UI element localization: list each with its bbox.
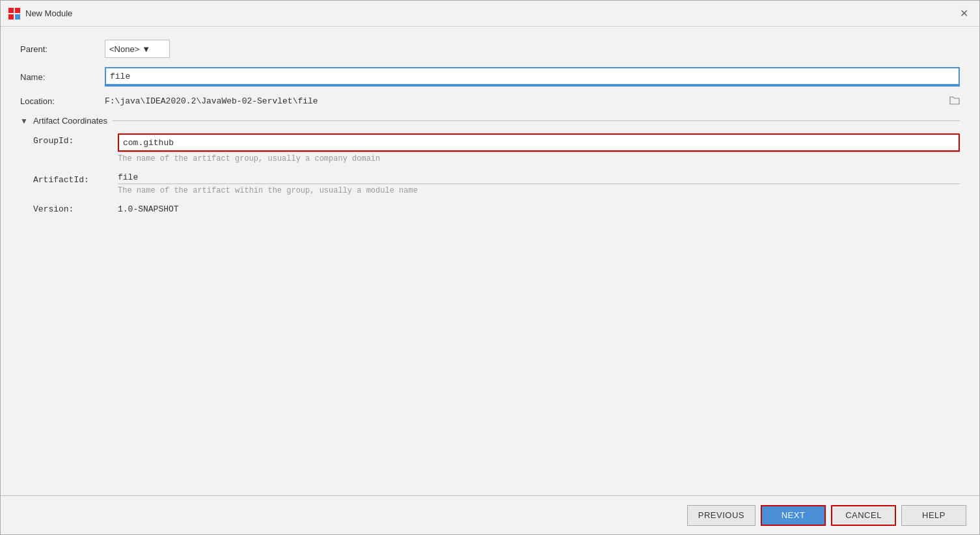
dialog-title: New Module <box>25 8 72 18</box>
location-row-inner: F:\java\IDEA2020.2\JavaWeb-02-Servlet\fi… <box>105 96 960 107</box>
next-button[interactable]: NEXT <box>761 505 826 526</box>
location-label: Location: <box>20 96 105 106</box>
svg-rect-0 <box>8 8 14 13</box>
dialog-footer: PREVIOUS NEXT CANCEL HELP <box>1 495 979 534</box>
parent-value: <None> <box>109 44 139 54</box>
previous-button[interactable]: PREVIOUS <box>687 505 755 526</box>
groupid-label: GroupId: <box>33 133 118 146</box>
artifactid-underline <box>118 184 960 184</box>
cancel-button[interactable]: CANCEL <box>831 505 896 526</box>
close-button[interactable]: ✕ <box>956 6 972 21</box>
svg-rect-2 <box>8 14 14 20</box>
groupid-row: GroupId: The name of the artifact group,… <box>33 133 960 163</box>
parent-dropdown[interactable]: <None> ▼ <box>105 40 170 58</box>
title-bar-left: New Module <box>8 8 72 20</box>
svg-rect-1 <box>15 8 20 13</box>
artifact-section-title: Artifact Coordinates <box>33 116 107 126</box>
name-input-area <box>105 67 960 87</box>
name-label: Name: <box>20 72 105 82</box>
artifact-section-divider: ▼ Artifact Coordinates <box>20 116 960 126</box>
name-row: Name: <box>20 67 960 87</box>
version-value: 1.0-SNAPSHOT <box>118 204 179 214</box>
folder-icon[interactable] <box>949 96 960 107</box>
name-input[interactable] <box>105 67 960 85</box>
groupid-hint: The name of the artifact group, usually … <box>118 154 960 163</box>
artifactid-value: file <box>118 172 960 184</box>
groupid-wrapper: The name of the artifact group, usually … <box>118 133 960 163</box>
app-icon <box>8 8 20 20</box>
artifactid-hint: The name of the artifact within the grou… <box>118 186 960 195</box>
new-module-dialog: New Module ✕ Parent: <None> ▼ Name: Loca… <box>0 0 980 535</box>
artifactid-wrapper: file The name of the artifact within the… <box>118 172 960 195</box>
artifactid-label: ArtifactId: <box>33 172 118 185</box>
groupid-input[interactable] <box>118 133 960 152</box>
groupid-underline <box>118 152 960 152</box>
title-bar: New Module ✕ <box>1 1 979 27</box>
parent-label: Parent: <box>20 44 105 54</box>
dialog-content: Parent: <None> ▼ Name: Location: F:\java… <box>1 27 979 495</box>
location-value: F:\java\IDEA2020.2\JavaWeb-02-Servlet\fi… <box>105 96 949 106</box>
artifactid-row: ArtifactId: file The name of the artifac… <box>33 172 960 195</box>
dropdown-arrow-icon: ▼ <box>142 44 150 54</box>
section-line <box>113 120 960 121</box>
name-underline <box>105 85 960 87</box>
section-collapse-icon[interactable]: ▼ <box>20 117 28 126</box>
svg-rect-3 <box>15 14 20 20</box>
version-row: Version: 1.0-SNAPSHOT <box>33 204 960 214</box>
help-button[interactable]: HELP <box>901 505 966 526</box>
location-row: Location: F:\java\IDEA2020.2\JavaWeb-02-… <box>20 96 960 107</box>
version-label: Version: <box>33 204 118 214</box>
parent-row: Parent: <None> ▼ <box>20 40 960 58</box>
